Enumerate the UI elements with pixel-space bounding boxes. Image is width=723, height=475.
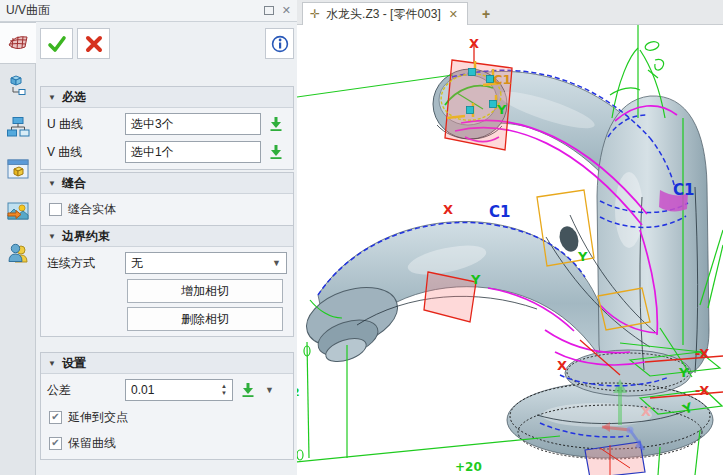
tolerance-input[interactable]: 0.01 ▲ ▼ bbox=[125, 379, 233, 401]
user-icon bbox=[6, 241, 30, 265]
axis-label-x: X bbox=[443, 203, 453, 216]
sidebar-tab-history[interactable] bbox=[0, 106, 36, 148]
sidebar-tab-view[interactable] bbox=[0, 148, 36, 190]
collapse-arrow-icon: ▼ bbox=[48, 93, 56, 102]
continuity-value: 无 bbox=[131, 255, 143, 272]
render-image-icon bbox=[6, 199, 30, 223]
uv-surface-icon bbox=[6, 31, 30, 55]
dimension-label: +20 bbox=[455, 461, 482, 473]
pick-options-caret[interactable]: ▼ bbox=[265, 385, 274, 395]
panel-sidebar bbox=[0, 22, 36, 475]
keep-curves-checkbox[interactable]: ✔ bbox=[49, 437, 62, 450]
checkmark-icon bbox=[47, 34, 67, 54]
axis-label-y: Y bbox=[497, 103, 506, 116]
info-icon bbox=[271, 35, 289, 53]
sew-solid-checkbox[interactable] bbox=[49, 203, 62, 216]
collapse-arrow-icon: ▼ bbox=[48, 179, 56, 188]
tolerance-label: 公差 bbox=[47, 382, 121, 399]
collapse-arrow-icon: ▼ bbox=[48, 359, 56, 368]
check-glyph: ✔ bbox=[51, 438, 59, 448]
section-title: 缝合 bbox=[62, 175, 86, 192]
tab-close-icon[interactable]: ✕ bbox=[449, 8, 458, 21]
document-tabbar: ✛ 水龙头.Z3 - [零件003] ✕ + bbox=[297, 0, 723, 25]
spin-down-icon[interactable]: ▼ bbox=[221, 390, 227, 397]
panel-close-icon[interactable]: ✕ bbox=[282, 5, 291, 16]
section-settings-header[interactable]: ▼ 设置 bbox=[41, 353, 293, 374]
remove-tangent-button[interactable]: 删除相切 bbox=[127, 307, 283, 331]
u-curve-value: 选中3个 bbox=[131, 116, 174, 133]
new-tab-button[interactable]: + bbox=[474, 4, 498, 24]
v-curve-value: 选中1个 bbox=[131, 144, 174, 161]
extend-to-intersection-checkbox[interactable]: ✔ bbox=[49, 411, 62, 424]
green-pick-arrow-icon bbox=[240, 382, 256, 398]
hierarchy-icon bbox=[6, 115, 30, 139]
section-title: 设置 bbox=[62, 355, 86, 372]
v-curve-input[interactable]: 选中1个 bbox=[125, 141, 261, 163]
info-button[interactable] bbox=[265, 28, 294, 59]
continuity-label[interactable]: C1 bbox=[673, 183, 694, 198]
section-title: 边界约束 bbox=[62, 228, 110, 245]
green-pick-arrow-icon bbox=[268, 116, 284, 132]
extend-to-intersection-label: 延伸到交点 bbox=[68, 409, 128, 426]
document-icon: ✛ bbox=[310, 7, 320, 21]
sidebar-tab-manager[interactable] bbox=[0, 64, 36, 106]
sidebar-tab-role[interactable] bbox=[0, 232, 36, 274]
red-x-icon bbox=[84, 34, 104, 54]
u-curve-input[interactable]: 选中3个 bbox=[125, 113, 261, 135]
sew-solid-label: 缝合实体 bbox=[68, 201, 116, 218]
v-curve-pick-button[interactable] bbox=[265, 144, 287, 160]
axis-label-y: Y bbox=[471, 273, 480, 286]
panel-title: U/V曲面 bbox=[6, 2, 50, 19]
view-cube-icon bbox=[6, 157, 30, 181]
section-settings: ▼ 设置 公差 0.01 ▲ ▼ bbox=[40, 352, 294, 460]
axis-label-neg-x: -X bbox=[695, 384, 709, 397]
section-boundary-header[interactable]: ▼ 边界约束 bbox=[41, 226, 293, 247]
tolerance-spinner[interactable]: ▲ ▼ bbox=[217, 381, 231, 399]
cancel-button[interactable] bbox=[77, 28, 110, 59]
section-boundary: ▼ 边界约束 连续方式 无 ▼ 增加相切 删除相切 bbox=[40, 225, 294, 337]
section-required-header[interactable]: ▼ 必选 bbox=[41, 87, 293, 108]
continuity-label: 连续方式 bbox=[47, 255, 121, 272]
tab-active-document[interactable]: ✛ 水龙头.Z3 - [零件003] ✕ bbox=[302, 2, 468, 25]
sidebar-tab-visualize[interactable] bbox=[0, 190, 36, 232]
spin-up-icon[interactable]: ▲ bbox=[221, 383, 227, 390]
axis-label-x-faint: X bbox=[641, 405, 651, 418]
panel-titlebar: U/V曲面 ✕ bbox=[0, 0, 297, 22]
sidebar-tab-uv-surface[interactable] bbox=[0, 22, 36, 64]
faucet-3d-model[interactable] bbox=[297, 25, 723, 475]
ok-button[interactable] bbox=[40, 28, 73, 59]
keep-curves-label: 保留曲线 bbox=[68, 435, 116, 452]
panel-toolbar bbox=[40, 28, 294, 60]
continuity-dropdown[interactable]: 无 ▼ bbox=[125, 252, 287, 274]
u-curve-label: U 曲线 bbox=[47, 116, 121, 133]
axis-label-x: X bbox=[469, 37, 479, 50]
chevron-down-icon: ▼ bbox=[272, 258, 281, 268]
uv-surface-panel: U/V曲面 ✕ bbox=[0, 0, 297, 475]
green-pick-arrow-icon bbox=[268, 144, 284, 160]
zw3d-window: { "panel": { "title": "U/V曲面", "sections… bbox=[0, 0, 723, 475]
collapse-arrow-icon: ▼ bbox=[48, 232, 56, 241]
tolerance-value: 0.01 bbox=[131, 383, 154, 397]
add-tangent-button[interactable]: 增加相切 bbox=[127, 279, 283, 303]
axis-label-y: Y bbox=[679, 366, 688, 379]
continuity-label[interactable]: C1 bbox=[493, 73, 512, 86]
panel-restore-icon[interactable] bbox=[264, 6, 274, 15]
panel-content: ▼ 必选 U 曲线 选中3个 bbox=[37, 22, 297, 475]
remove-tangent-label: 删除相切 bbox=[181, 311, 229, 328]
axis-label-neg-x: -X bbox=[695, 347, 709, 360]
section-required: ▼ 必选 U 曲线 选中3个 bbox=[40, 86, 294, 170]
assembly-tree-icon bbox=[6, 73, 30, 97]
add-tangent-label: 增加相切 bbox=[181, 283, 229, 300]
section-sew-header[interactable]: ▼ 缝合 bbox=[41, 173, 293, 194]
3d-viewport[interactable]: XC1YXC1C1YYX-XY-XYX2+20 bbox=[297, 25, 723, 475]
continuity-label[interactable]: C1 bbox=[489, 205, 510, 220]
check-glyph: ✔ bbox=[51, 412, 59, 422]
section-title: 必选 bbox=[62, 89, 86, 106]
axis-label-x: X bbox=[557, 359, 567, 372]
tolerance-pick-button[interactable] bbox=[237, 382, 259, 398]
section-sew: ▼ 缝合 缝合实体 bbox=[40, 172, 294, 226]
dimension-label: 2 bbox=[297, 387, 300, 398]
u-curve-pick-button[interactable] bbox=[265, 116, 287, 132]
tab-title: 水龙头.Z3 - [零件003] bbox=[326, 6, 441, 23]
axis-label-y: Y bbox=[578, 250, 587, 263]
